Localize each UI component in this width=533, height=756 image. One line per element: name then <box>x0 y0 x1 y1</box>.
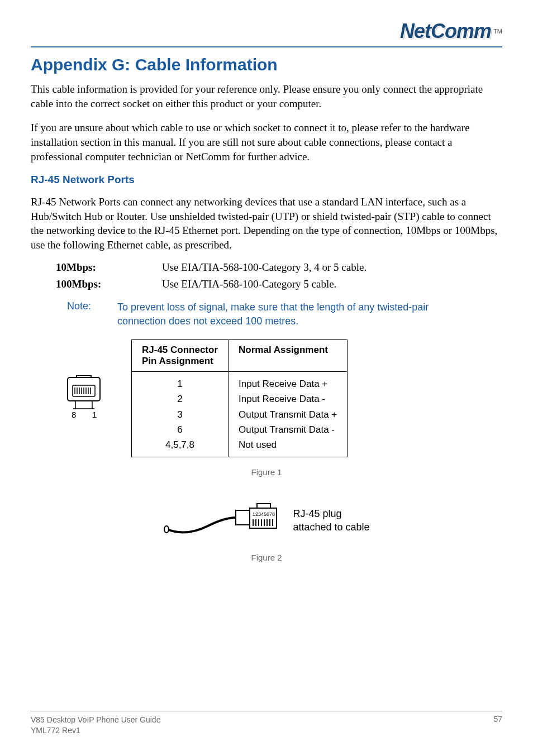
figure-1-caption: Figure 1 <box>31 467 502 477</box>
svg-rect-14 <box>236 510 250 525</box>
rj45-connector-diagram: 8 1 <box>64 375 103 422</box>
footer-page-number: 57 <box>493 715 502 724</box>
footer-guide-title: V85 Desktop VoIP Phone User Guide <box>31 715 160 726</box>
section-rj45: RJ-45 Network Ports <box>31 174 502 186</box>
header-bar: NetComm TM <box>31 20 502 47</box>
rj45-plug-cable-icon: 12345678 <box>163 498 286 543</box>
note-block: Note: To prevent loss of signal, make su… <box>31 300 502 328</box>
note-label: Note: <box>67 300 117 328</box>
intro-paragraph-2: If you are unsure about which cable to u… <box>31 121 502 164</box>
trademark-symbol: TM <box>493 28 502 35</box>
intro-paragraph-1: This cable information is provided for y… <box>31 82 502 111</box>
spec-value: Use EIA/TIA-568-100-Category 5 cable. <box>162 278 336 290</box>
table-cell-assignments: Input Receive Data + Input Receive Data … <box>229 372 348 457</box>
spec-value: Use EIA/TIA-568-100-Category 3, 4 or 5 c… <box>162 261 367 274</box>
pin-table-block: 8 1 RJ-45 Connector Pin Assignment Norma… <box>31 339 502 457</box>
pin-assignment-table: RJ-45 Connector Pin Assignment Normal As… <box>131 339 348 457</box>
table-header-normal: Normal Assignment <box>229 340 348 372</box>
table-cell-pins: 1 2 3 6 4,5,7,8 <box>132 372 229 457</box>
pin-label-1: 1 <box>92 410 97 419</box>
figure-2-caption: Figure 2 <box>31 553 502 562</box>
brand-logo: NetComm <box>400 20 491 43</box>
table-header-pin: RJ-45 Connector Pin Assignment <box>132 340 229 372</box>
page-title: Appendix G: Cable Information <box>31 55 502 74</box>
svg-point-13 <box>164 526 169 533</box>
spec-label: 10Mbps: <box>56 261 162 274</box>
footer-revision: YML772 Rev1 <box>31 725 160 736</box>
spec-row-10mbps: 10Mbps: Use EIA/TIA-568-100-Category 3, … <box>31 261 502 274</box>
svg-rect-16 <box>257 504 270 508</box>
rj45-connector-icon: 8 1 <box>64 375 103 420</box>
spec-row-100mbps: 100Mbps: Use EIA/TIA-568-100-Category 5 … <box>31 278 502 290</box>
figure-2-block: 12345678 RJ-45 plug attached to cable <box>31 498 502 543</box>
pin-label-8: 8 <box>72 410 76 419</box>
plug-label: RJ-45 plug attached to cable <box>293 507 369 534</box>
spec-label: 100Mbps: <box>56 278 162 290</box>
page-footer: V85 Desktop VoIP Phone User Guide YML772… <box>31 711 502 736</box>
rj45-paragraph: RJ-45 Network Ports can connect any netw… <box>31 195 502 252</box>
note-body: To prevent loss of signal, make sure tha… <box>117 300 480 328</box>
plug-pin-numbers: 12345678 <box>253 511 275 517</box>
